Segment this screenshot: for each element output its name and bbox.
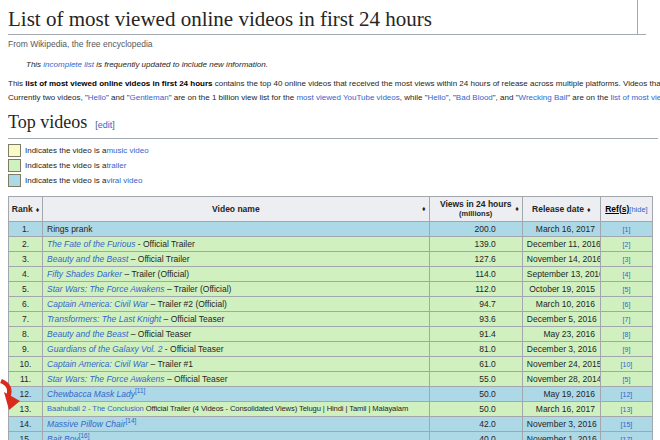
- table-row: 7. Transformers: The Last Knight – Offic…: [9, 312, 653, 327]
- reference-link[interactable]: [6]: [623, 301, 631, 308]
- trailer-swatch: [8, 159, 21, 172]
- table-header-row: Rank♦ Video name♦ Views in 24 hours(mill…: [9, 197, 653, 222]
- intro-line-2: Currently two videos, "Hello" and "Gentl…: [8, 91, 660, 105]
- table-row: 3. Beauty and the Beast – Official Trail…: [9, 252, 653, 267]
- rank-column-header[interactable]: Rank♦: [9, 197, 43, 222]
- hello-link[interactable]: Hello: [88, 93, 106, 102]
- footnote-marker[interactable]: [14]: [125, 417, 136, 424]
- table-row: 6. Captain America: Civil War – Trailer …: [9, 297, 653, 312]
- table-row: 4. Fifty Shades Darker – Trailer (Offici…: [9, 267, 653, 282]
- table-row: 11. Star Wars: The Force Awakens – Offic…: [9, 372, 653, 387]
- gentleman-link[interactable]: Gentleman: [129, 93, 168, 102]
- hide-refs-link[interactable]: [hide]: [629, 205, 647, 214]
- hatnote: This incomplete list is frequently updat…: [26, 60, 660, 69]
- site-tagline: From Wikipedia, the free encyclopedia: [8, 39, 660, 49]
- video-link[interactable]: Captain America: Civil War: [47, 299, 148, 309]
- intro-paragraph: This list of most viewed online videos i…: [8, 77, 660, 104]
- edit-section: [edit]: [95, 120, 115, 130]
- release-date-column-header[interactable]: Release date♦: [522, 197, 600, 222]
- footnote-marker[interactable]: [11]: [135, 387, 145, 394]
- views-column-header[interactable]: Views in 24 hours(millions)♦: [429, 197, 522, 222]
- table-row: 15. Bait Boy[16] 40.0 November 1, 2016 […: [9, 432, 653, 440]
- bad-blood-link[interactable]: Bad Blood: [456, 93, 493, 102]
- legend-item-trailer: Indicates the video is a trailer: [8, 158, 660, 173]
- reference-link[interactable]: [13]: [621, 406, 633, 413]
- video-link[interactable]: Fifty Shades Darker: [47, 269, 122, 279]
- video-link[interactable]: The Fate of the Furious: [47, 239, 135, 249]
- sort-icon[interactable]: ♦: [587, 206, 591, 213]
- reference-link[interactable]: [5]: [623, 376, 631, 383]
- reference-link[interactable]: [9]: [623, 346, 631, 353]
- reference-link[interactable]: [8]: [623, 331, 631, 338]
- reference-link[interactable]: [15]: [621, 421, 633, 428]
- viral-video-link[interactable]: viral video: [106, 176, 142, 185]
- reference-link[interactable]: [7]: [623, 316, 631, 323]
- video-link[interactable]: Beauty and the Beast: [47, 254, 128, 264]
- video-name-column-header[interactable]: Video name♦: [43, 197, 430, 222]
- table-row: 2. The Fate of the Furious - Official Tr…: [9, 237, 653, 252]
- top-videos-table: Rank♦ Video name♦ Views in 24 hours(mill…: [8, 196, 653, 440]
- content-edge-line: [637, 0, 638, 34]
- video-link[interactable]: Chewbacca Mask Lady: [47, 389, 135, 399]
- intro-line-1: This list of most viewed online videos i…: [8, 77, 660, 91]
- sort-icon[interactable]: ♦: [422, 204, 426, 214]
- reference-link[interactable]: [5]: [623, 286, 631, 293]
- music-video-link[interactable]: music video: [106, 146, 148, 155]
- most-viewed-youtube-videos-link[interactable]: most viewed YouTube videos: [296, 93, 399, 102]
- trailer-link[interactable]: trailer: [106, 161, 126, 170]
- legend-item-music-video: Indicates the video is a music video: [8, 143, 660, 158]
- table-row: 14. Massive Pillow Chair[14] 42.0 Novemb…: [9, 417, 653, 432]
- video-link[interactable]: Star Wars: The Force Awakens: [47, 374, 164, 384]
- hello-link-2[interactable]: Hello: [428, 93, 446, 102]
- sort-icon[interactable]: ♦: [515, 204, 519, 214]
- video-link[interactable]: Star Wars: The Force Awakens: [47, 284, 164, 294]
- edit-link[interactable]: edit: [98, 120, 113, 130]
- reference-link[interactable]: [17]: [621, 436, 633, 440]
- video-link[interactable]: Transformers: The Last Knight: [47, 314, 161, 324]
- reference-link[interactable]: [2]: [623, 241, 631, 248]
- table-row: 8. Beauty and the Beast – Official Tease…: [9, 327, 653, 342]
- sort-icon[interactable]: ♦: [36, 206, 40, 213]
- refs-column-header: Ref(s)[hide]: [600, 197, 652, 222]
- table-row: 1. Rings prank 200.0 March 16, 2017 [1]: [9, 222, 653, 237]
- page-title: List of most viewed online videos in fir…: [8, 0, 646, 35]
- bold-article-name: list of most viewed online videos in fir…: [25, 79, 212, 88]
- page-content: List of most viewed online videos in fir…: [0, 0, 660, 440]
- color-legend: Indicates the video is a music video Ind…: [8, 143, 660, 188]
- table-row: 13. Baahubali 2 - The Conclusion Officia…: [9, 402, 653, 417]
- viral-video-swatch: [8, 174, 21, 187]
- table-row: 5. Star Wars: The Force Awakens – Traile…: [9, 282, 653, 297]
- video-link[interactable]: Captain America: Civil War: [47, 359, 148, 369]
- reference-link[interactable]: [4]: [623, 271, 631, 278]
- section-heading-top-videos: Top videos[edit]: [8, 112, 658, 139]
- reference-link[interactable]: [1]: [623, 226, 631, 233]
- table-row: 9. Guardians of the Galaxy Vol. 2 - Offi…: [9, 342, 653, 357]
- video-link[interactable]: Guardians of the Galaxy Vol. 2: [47, 344, 162, 354]
- most-viewed-vevo-link[interactable]: list of most viewed V: [611, 93, 660, 102]
- video-link[interactable]: Bait Boy: [47, 434, 79, 440]
- video-link[interactable]: Beauty and the Beast: [47, 329, 128, 339]
- legend-item-viral-video: Indicates the video is a viral video: [8, 173, 660, 188]
- reference-link[interactable]: [10]: [621, 361, 633, 368]
- wrecking-ball-link[interactable]: Wrecking Ball: [518, 93, 567, 102]
- incomplete-list-link[interactable]: incomplete list: [43, 60, 94, 69]
- table-row: 12. Chewbacca Mask Lady[11] 50.0 May 19,…: [9, 387, 653, 402]
- video-title: Rings prank: [47, 224, 92, 234]
- reference-link[interactable]: [12]: [621, 391, 633, 398]
- footnote-marker[interactable]: [16]: [79, 432, 90, 439]
- music-video-swatch: [8, 144, 21, 157]
- video-link[interactable]: Massive Pillow Chair: [47, 419, 125, 429]
- reference-link[interactable]: [3]: [623, 256, 631, 263]
- video-link[interactable]: Baahubali 2 - The Conclusion: [47, 404, 144, 413]
- table-row: 10. Captain America: Civil War – Trailer…: [9, 357, 653, 372]
